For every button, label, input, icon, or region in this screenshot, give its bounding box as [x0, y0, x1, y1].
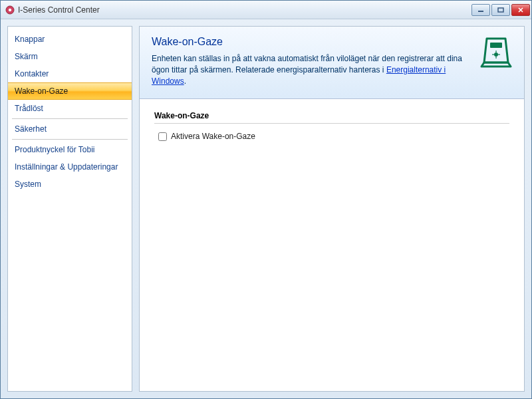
svg-point-5 — [494, 53, 498, 57]
app-window: I-Series Control Center KnapparSkärmKont… — [0, 0, 532, 399]
sidebar-item-s-kerhet[interactable]: Säkerhet — [8, 120, 132, 138]
sidebar-item-wake-on-gaze[interactable]: Wake-on-Gaze — [8, 82, 132, 100]
sidebar-item-system[interactable]: System — [8, 176, 132, 193]
header-panel: Wake-on-Gaze Enheten kan ställas in på a… — [140, 27, 524, 99]
content-body: Wake-on-Gaze Aktivera Wake-on-Gaze — [140, 99, 524, 153]
app-icon — [5, 5, 15, 15]
window-title: I-Series Control Center — [18, 5, 471, 15]
sidebar-item-produktnyckel-f-r-tobii[interactable]: Produktnyckel för Tobii — [8, 141, 132, 158]
titlebar[interactable]: I-Series Control Center — [1, 1, 531, 19]
sidebar-group: Säkerhet — [12, 119, 128, 140]
minimize-button[interactable] — [471, 4, 490, 16]
sidebar-item-knappar[interactable]: Knappar — [8, 31, 132, 48]
desc-text-post: . — [184, 76, 186, 86]
page-description: Enheten kan ställas in på att vakna auto… — [152, 53, 464, 86]
maximize-button[interactable] — [491, 4, 510, 16]
body-area: KnapparSkärmKontakterWake-on-GazeTrådlös… — [1, 19, 531, 398]
device-icon — [477, 33, 515, 70]
activate-wake-on-gaze-row: Aktivera Wake-on-Gaze — [154, 132, 509, 141]
sidebar-group: Produktnyckel för TobiiInställningar & U… — [12, 140, 128, 194]
activate-wake-on-gaze-checkbox[interactable] — [158, 132, 167, 141]
svg-rect-4 — [490, 43, 502, 48]
svg-point-1 — [9, 8, 11, 11]
sidebar-group: KnapparSkärmKontakterWake-on-GazeTrådlös… — [12, 29, 128, 119]
close-button[interactable] — [511, 4, 530, 16]
content-panel: Wake-on-Gaze Enheten kan ställas in på a… — [139, 26, 525, 392]
activate-wake-on-gaze-label[interactable]: Aktivera Wake-on-Gaze — [171, 132, 255, 141]
sidebar-item-inst-llningar-uppdateringar[interactable]: Inställningar & Uppdateringar — [8, 158, 132, 176]
sidebar-item-tr-dl-st[interactable]: Trådlöst — [8, 100, 132, 117]
window-controls — [471, 4, 530, 16]
sidebar: KnapparSkärmKontakterWake-on-GazeTrådlös… — [7, 26, 132, 392]
page-title: Wake-on-Gaze — [152, 36, 512, 48]
svg-rect-2 — [478, 11, 483, 12]
sidebar-item-sk-rm[interactable]: Skärm — [8, 48, 132, 65]
section-title: Wake-on-Gaze — [154, 111, 509, 124]
sidebar-item-kontakter[interactable]: Kontakter — [8, 65, 132, 82]
svg-rect-3 — [498, 8, 503, 12]
